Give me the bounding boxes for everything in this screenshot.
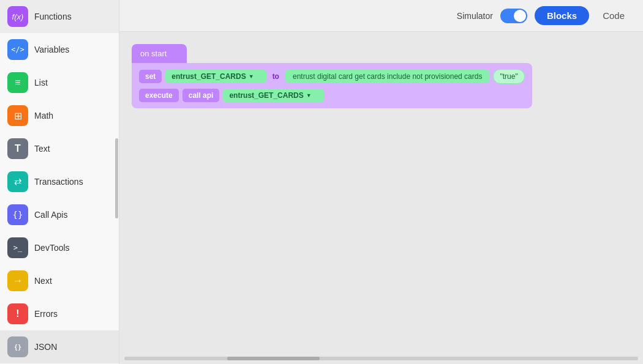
sidebar-item-transactions-label: Transactions (34, 177, 83, 187)
scrollbar-track (124, 357, 638, 360)
call-keyword: call api (182, 89, 220, 102)
devtools-icon: >_ (7, 237, 28, 258)
sidebar-item-functions[interactable]: f(x) Functions (0, 0, 119, 33)
list-icon: ≡ (7, 72, 28, 93)
functions-icon: f(x) (7, 6, 28, 27)
on-start-block[interactable]: on start (132, 44, 187, 63)
sidebar-item-list[interactable]: ≡ List (0, 66, 119, 99)
sidebar-scrollbar[interactable] (115, 0, 118, 364)
math-icon: ⊞ (7, 105, 28, 126)
sidebar-item-call-apis-label: Call Apis (34, 210, 67, 220)
sidebar-item-math[interactable]: ⊞ Math (0, 99, 119, 132)
sidebar-item-devtools[interactable]: >_ DevTools (0, 231, 119, 264)
scrollbar-thumb (227, 357, 320, 360)
execute-row: execute call api entrust_GET_CARDS (139, 89, 525, 102)
canvas: on start set entrust_GET_CARDS to entrus… (119, 32, 643, 364)
sidebar-item-variables[interactable]: </> Variables (0, 33, 119, 66)
sidebar: f(x) Functions </> Variables ≡ List ⊞ Ma… (0, 0, 119, 364)
simulator-toggle[interactable] (500, 9, 527, 23)
block-diagram: on start set entrust_GET_CARDS to entrus… (132, 44, 532, 108)
dropdown-entrust-get-cards-1[interactable]: entrust_GET_CARDS (165, 70, 266, 83)
next-icon: → (7, 270, 28, 291)
string-value: "true" (493, 69, 524, 84)
to-keyword: to (270, 70, 282, 83)
sidebar-item-errors-label: Errors (34, 309, 58, 319)
sidebar-item-json-label: JSON (34, 342, 57, 352)
horizontal-scrollbar[interactable] (119, 355, 643, 362)
sidebar-item-errors[interactable]: ! Errors (0, 297, 119, 330)
sidebar-item-list-label: List (34, 78, 48, 87)
call-apis-icon: {} (7, 204, 28, 225)
sidebar-item-call-apis[interactable]: {} Call Apis (0, 198, 119, 231)
block-body: set entrust_GET_CARDS to entrust digital… (132, 63, 532, 108)
sidebar-item-next-label: Next (34, 276, 52, 286)
sidebar-item-text-label: Text (34, 144, 50, 154)
sidebar-item-math-label: Math (34, 111, 53, 121)
set-row: set entrust_GET_CARDS to entrust digital… (139, 69, 525, 84)
set-keyword: set (139, 70, 162, 83)
code-button[interactable]: Code (596, 6, 631, 25)
errors-icon: ! (7, 303, 28, 324)
sidebar-item-variables-label: Variables (34, 45, 69, 54)
simulator-label: Simulator (457, 11, 493, 21)
blocks-button[interactable]: Blocks (535, 6, 589, 25)
sidebar-item-next[interactable]: → Next (0, 264, 119, 297)
json-icon: {} (7, 336, 28, 357)
topbar: Simulator Blocks Code (119, 0, 643, 32)
main-area: Simulator Blocks Code on start set entru… (119, 0, 643, 364)
description-text: entrust digital card get cards include n… (285, 70, 490, 83)
sidebar-item-devtools-label: DevTools (34, 243, 70, 253)
dropdown-entrust-get-cards-2[interactable]: entrust_GET_CARDS (223, 89, 323, 102)
variables-icon: </> (7, 39, 28, 60)
transactions-icon: ⇄ (7, 171, 28, 192)
sidebar-item-json[interactable]: {} JSON (0, 330, 119, 363)
execute-keyword: execute (139, 89, 179, 102)
sidebar-item-functions-label: Functions (34, 12, 72, 21)
sidebar-item-text[interactable]: T Text (0, 132, 119, 165)
sidebar-item-transactions[interactable]: ⇄ Transactions (0, 165, 119, 198)
sidebar-scrollbar-thumb (115, 138, 118, 218)
text-icon: T (7, 138, 28, 159)
